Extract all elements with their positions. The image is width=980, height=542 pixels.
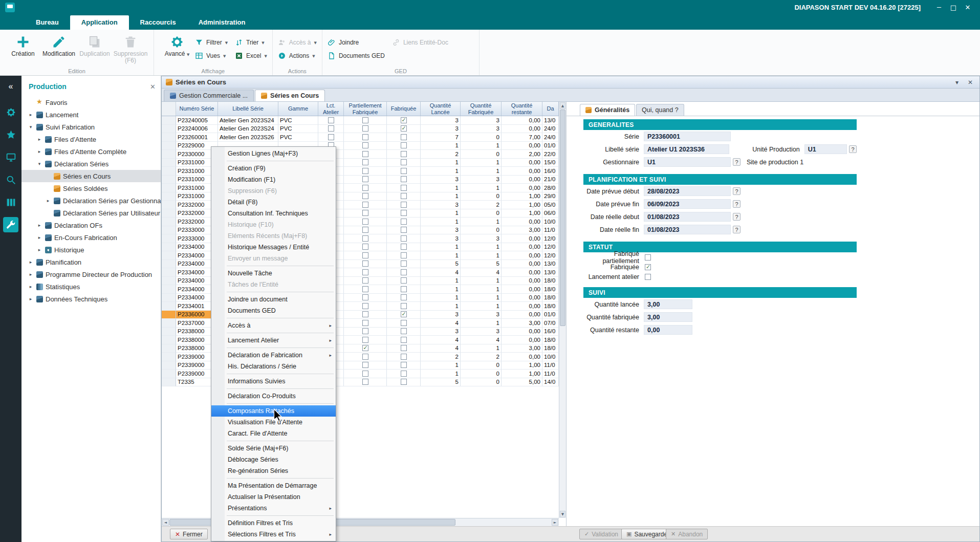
joindre-button[interactable]: Joindre — [328, 38, 385, 47]
context-menu-item[interactable]: Définition Filtres et Tris — [211, 517, 336, 529]
monitor-icon[interactable] — [3, 149, 18, 165]
partiellement-fabriquee-checkbox[interactable] — [362, 176, 368, 182]
tree-chevron-icon[interactable]: ▸ — [28, 112, 34, 117]
partiellement-fabriquee-checkbox[interactable] — [362, 252, 368, 258]
sidebar-tree-item[interactable]: Séries en Cours — [21, 170, 161, 182]
context-menu-item[interactable]: Tâches de l'Entité — [211, 279, 336, 290]
row-selector[interactable] — [162, 344, 176, 353]
fabriquee-checkbox[interactable] — [401, 269, 407, 275]
fabriquee-checkbox[interactable] — [401, 371, 407, 377]
menu-tab-bureau[interactable]: Bureau — [25, 15, 70, 30]
tree-chevron-icon[interactable]: ▸ — [28, 272, 34, 277]
fabriquee-checkbox[interactable] — [401, 244, 407, 250]
tree-chevron-icon[interactable]: ▸ — [45, 198, 51, 203]
partiellement-fabriquee-checkbox[interactable] — [362, 311, 368, 317]
star-icon[interactable] — [3, 127, 18, 142]
row-selector[interactable] — [162, 361, 176, 370]
tree-chevron-icon[interactable]: ▸ — [36, 137, 42, 142]
date-field[interactable]: 06/09/2023 — [644, 199, 731, 209]
scroll-down-icon[interactable]: ▼ — [560, 511, 565, 517]
partiellement-fabriquee-checkbox[interactable] — [362, 185, 368, 191]
context-menu-item[interactable]: Ma Présentation de Démarrage — [211, 480, 336, 491]
partiellement-fabriquee-checkbox[interactable] — [362, 117, 368, 123]
modification-button[interactable]: Modification — [41, 32, 77, 57]
row-selector[interactable] — [162, 336, 176, 344]
status-checkbox[interactable] — [645, 274, 651, 280]
fabriquee-checkbox[interactable] — [401, 151, 407, 157]
avance-button[interactable]: Avancé — [159, 32, 195, 57]
status-checkbox[interactable] — [645, 264, 651, 270]
context-menu-item[interactable]: Consultation Inf. Techniques — [211, 208, 336, 219]
row-selector[interactable] — [162, 234, 176, 243]
documents-ged-button[interactable]: Documents GED — [328, 52, 385, 60]
row-selector[interactable] — [162, 226, 176, 235]
table-row[interactable]: P23240006 Atelier Gen 2023S24 PVC 3 3 0,… — [162, 125, 559, 134]
tree-chevron-icon[interactable]: ▸ — [36, 223, 42, 228]
partiellement-fabriquee-checkbox[interactable] — [362, 294, 368, 300]
col-gamme[interactable]: Gamme — [278, 102, 318, 116]
context-menu-item[interactable]: Présentations — [211, 503, 336, 514]
row-selector[interactable] — [162, 268, 176, 277]
mdi-title-bar[interactable]: Séries en Cours — [162, 76, 979, 89]
vertical-scrollbar[interactable]: ▲ ▼ — [559, 102, 566, 518]
scroll-left-icon[interactable]: ◄ — [162, 519, 169, 526]
close-icon[interactable] — [961, 4, 975, 11]
row-selector[interactable] — [162, 209, 176, 218]
partiellement-fabriquee-checkbox[interactable] — [362, 303, 368, 309]
excel-button[interactable]: Excel — [235, 52, 267, 60]
tree-chevron-icon[interactable]: ▸ — [28, 296, 34, 301]
columns-icon[interactable] — [3, 194, 18, 210]
fabriquee-checkbox[interactable] — [401, 202, 407, 208]
tree-chevron-icon[interactable]: ▸ — [36, 149, 42, 154]
row-selector[interactable] — [162, 353, 176, 361]
context-menu-item[interactable]: Actualiser la Présentation — [211, 491, 336, 503]
collapse-sidebar-icon[interactable] — [9, 82, 13, 91]
tab-series-en-cours[interactable]: Séries en Cours — [255, 90, 325, 101]
menu-tab-application[interactable]: Application — [70, 15, 129, 30]
gestionnaire-field[interactable]: U1 — [644, 157, 731, 167]
row-selector[interactable] — [162, 328, 176, 336]
context-menu-item[interactable]: Documents GED — [211, 305, 336, 316]
gear-icon[interactable] — [3, 104, 18, 120]
fabriquee-checkbox[interactable] — [401, 142, 407, 148]
lct-atelier-checkbox[interactable] — [328, 125, 334, 132]
row-selector[interactable] — [162, 243, 176, 252]
sidebar-tree-item[interactable]: ▸ Files d'Attente — [21, 133, 161, 145]
serie-field[interactable]: P23360001 — [644, 132, 731, 141]
tab-qui-quand[interactable]: Qui, quand ? — [636, 104, 684, 116]
context-menu-item[interactable]: His. Déclarations / Série — [211, 361, 336, 372]
lct-atelier-checkbox[interactable] — [328, 117, 334, 123]
row-selector[interactable] — [162, 142, 176, 150]
menu-tab-administration[interactable]: Administration — [187, 15, 257, 30]
row-selector[interactable] — [162, 201, 176, 209]
sidebar-tree-item[interactable]: ▸ Lancement — [21, 109, 161, 121]
context-menu-item[interactable]: Déclaration de Fabrication — [211, 350, 336, 361]
context-menu-item[interactable]: Re-génération Séries — [211, 465, 336, 476]
status-checkbox[interactable] — [645, 254, 651, 261]
scroll-up-icon[interactable]: ▲ — [560, 102, 565, 109]
context-menu-item[interactable]: Historique (F10) — [211, 219, 336, 230]
quantity-field[interactable]: 3,00 — [644, 312, 692, 322]
help-button[interactable] — [733, 158, 741, 166]
row-selector[interactable] — [162, 319, 176, 328]
fabriquee-checkbox[interactable] — [401, 261, 407, 267]
partiellement-fabriquee-checkbox[interactable] — [362, 235, 368, 242]
col-numero-serie[interactable]: Numéro Série — [176, 102, 218, 116]
sidebar-tree-item[interactable]: ▸ Files d'Attente Complète — [21, 145, 161, 158]
col-lct-atelier[interactable]: Lct. Atelier — [318, 102, 344, 116]
help-button[interactable] — [733, 226, 741, 233]
fabriquee-checkbox[interactable] — [401, 354, 407, 360]
fabriquee-checkbox[interactable] — [401, 117, 407, 123]
fabriquee-checkbox[interactable] — [401, 294, 407, 300]
partiellement-fabriquee-checkbox[interactable] — [362, 337, 368, 343]
fabriquee-checkbox[interactable] — [401, 252, 407, 258]
fabriquee-checkbox[interactable] — [401, 303, 407, 309]
partiellement-fabriquee-checkbox[interactable] — [362, 379, 368, 385]
lct-atelier-checkbox[interactable] — [328, 134, 334, 140]
tree-chevron-icon[interactable]: ▸ — [28, 259, 34, 265]
help-button[interactable] — [733, 213, 741, 221]
row-selector[interactable] — [162, 133, 176, 142]
sidebar-tree-item[interactable]: ▾ Déclaration Séries — [21, 158, 161, 170]
context-menu-item[interactable]: Création (F9) — [211, 163, 336, 174]
row-selector[interactable] — [162, 125, 176, 134]
